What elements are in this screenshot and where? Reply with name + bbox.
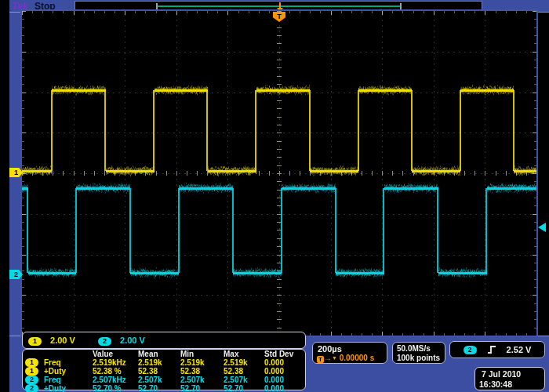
measurement-std: 0.000 [264,376,284,384]
measurement-mean: 52.38 [138,367,158,376]
measurement-name: +Duty [44,367,66,376]
measurement-std: 0.000 [264,384,284,392]
ch2-scale-value: 2.00 V [120,336,145,345]
record-length-readout: 100k points [397,354,440,362]
trigger-t-icon: T [317,356,324,363]
ch1-badge: 1 [28,337,42,346]
measurement-min: 2.519k [180,358,205,367]
ch2-badge: 2 [98,337,111,346]
col-min: Min [180,350,194,358]
measurement-name: +Duty [44,384,66,392]
record-window-left-bracket[interactable] [156,3,158,9]
row-badge: 1 [25,367,38,376]
ch1-scale-readout[interactable]: 1 2.00 V [28,336,75,346]
col-max: Max [224,350,238,358]
measurements-header-row: Value Mean Min Max Std Dev [25,350,303,358]
measurement-row-ch2-duty: 2 +Duty 52.70 % 52.70 52.70 52.70 0.000 [25,384,303,392]
measurement-max: 52.38 [224,367,243,376]
horizontal-readout-box: 200µs T→▼ 0.00000 s [312,342,387,364]
sample-rate-readout: 50.0MS/s [397,344,431,353]
trigger-source-badge: 2 [464,346,477,354]
measurement-value: 2.507kHz [93,376,126,384]
measurement-min: 52.70 [180,384,200,392]
measurement-row-ch1-freq: 1 Freq 2.519kHz 2.519k 2.519k 2.519k 0.0… [25,358,303,366]
trigger-readout-box: 2 2.52 V [449,341,545,358]
measurement-value: 52.70 % [93,384,122,392]
measurement-row-ch2-freq: 2 Freq 2.507kHz 2.507k 2.507k 2.507k 0.0… [25,376,303,383]
col-stddev: Std Dev [264,350,293,358]
acquisition-readout-box: 50.0MS/s 100k points [392,342,445,364]
measurement-mean: 2.519k [138,358,162,367]
measurement-min: 2.507k [180,376,205,384]
measurement-min: 52.38 [180,367,200,376]
horizontal-position-value: 0.00000 s [340,354,375,362]
measurement-row-ch1-duty: 1 +Duty 52.38 % 52.38 52.38 52.38 0.000 [25,367,303,375]
oscilloscope-screen: Tek Stop T 1 2 1 2.00 V 2 2.00 V Value M… [0,0,549,392]
measurement-max: 52.70 [224,384,243,392]
trigger-level-arrow[interactable] [538,223,546,232]
rising-edge-icon [486,344,497,355]
measurement-value: 52.38 % [93,367,122,376]
datetime-box: 7 Jul 2010 16:30:48 [474,367,545,390]
row-badge: 2 [25,376,38,384]
measurement-std: 0.000 [264,367,284,376]
measurement-std: 0.000 [264,358,284,367]
timebase-readout: 200µs [318,344,342,354]
ch2-scale-readout[interactable]: 2 2.00 V [98,336,145,346]
row-badge: 2 [25,384,38,392]
col-value: Value [93,350,113,358]
ch1-scale-value: 2.00 V [50,336,75,345]
trigger-level-readout: 2.52 V [507,345,532,354]
measurement-max: 2.507k [224,376,248,384]
time-readout: 16:30:48 [479,379,512,389]
measurement-max: 2.519k [224,358,248,367]
measurement-name: Freq [44,376,61,384]
date-readout: 7 Jul 2010 [482,369,521,379]
measurement-value: 2.519kHz [93,358,126,367]
measurement-mean: 52.70 [138,384,158,392]
col-mean: Mean [138,350,158,358]
waveform-display [22,11,536,336]
measurement-name: Freq [44,358,61,367]
measurement-mean: 2.507k [138,376,162,384]
horizontal-position-readout: T→▼ 0.00000 s [317,354,374,363]
record-window-right-bracket[interactable] [400,3,402,9]
row-badge: 1 [25,358,38,367]
